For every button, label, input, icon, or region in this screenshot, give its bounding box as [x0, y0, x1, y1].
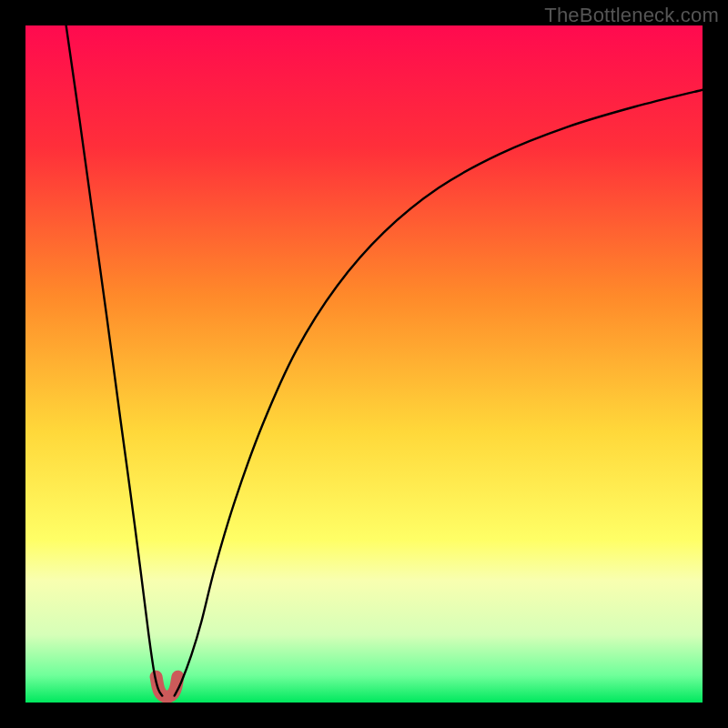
- plot-area: [25, 25, 703, 703]
- watermark-text: TheBottleneck.com: [544, 4, 719, 27]
- chart-frame: TheBottleneck.com: [0, 0, 728, 728]
- chart-svg: [25, 25, 703, 703]
- gradient-background: [25, 25, 703, 703]
